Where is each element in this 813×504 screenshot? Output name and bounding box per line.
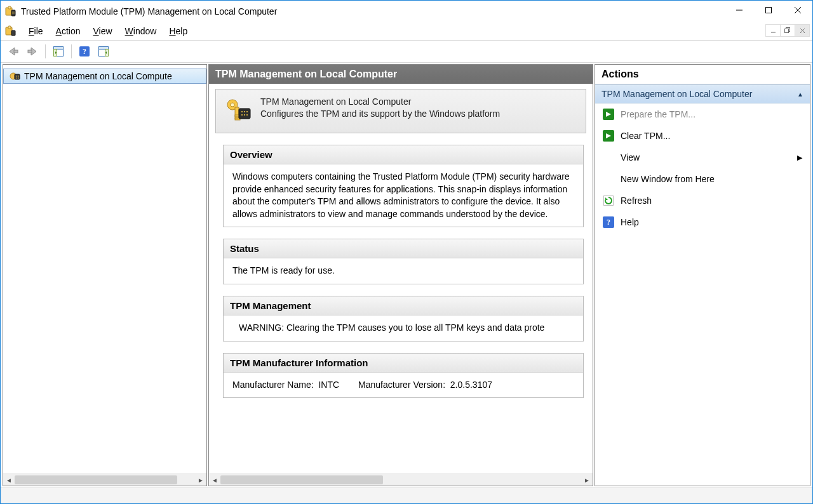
show-hide-tree-button[interactable] (50, 43, 67, 60)
summary-line1: TPM Management on Local Computer (260, 96, 500, 108)
tree-item-tpm-root[interactable]: TPM Management on Local Compute (3, 69, 206, 84)
tpm-node-icon (9, 70, 20, 82)
menu-view[interactable]: View (87, 23, 119, 39)
scroll-right-icon[interactable]: ► (195, 474, 206, 486)
mmc-window: Trusted Platform Module (TPM) Management… (0, 0, 813, 504)
svg-rect-1 (8, 6, 11, 9)
details-body: TPM Management on Local Computer Configu… (209, 84, 593, 474)
summary-line2: Configures the TPM and its support by th… (260, 108, 500, 120)
section-header: Overview (224, 145, 583, 164)
summary-text: TPM Management on Local Computer Configu… (260, 96, 500, 120)
actions-pane: Actions TPM Management on Local Computer… (595, 64, 810, 486)
section-manufacturer-info: TPM Manufacturer Information Manufacture… (223, 353, 584, 399)
scroll-left-icon[interactable]: ◄ (209, 474, 220, 486)
titlebar: Trusted Platform Module (TPM) Management… (1, 1, 812, 22)
manufacturer-row: Manufacturer Name: INTC Manufacturer Ver… (232, 379, 574, 392)
blank-icon (603, 152, 614, 163)
action-label: Refresh (621, 196, 652, 206)
content-area: TPM Management on Local Compute ◄ ► TPM … (1, 63, 812, 487)
menubar: File Action View Window Help (1, 22, 812, 40)
section-overview: Overview Windows computers containing th… (223, 145, 584, 227)
svg-rect-13 (11, 30, 15, 36)
toolbar-separator (45, 44, 46, 58)
svg-rect-12 (8, 26, 11, 29)
scroll-right-icon[interactable]: ► (581, 474, 593, 486)
summary-box: TPM Management on Local Computer Configu… (215, 89, 586, 133)
svg-point-33 (16, 77, 17, 78)
maximize-button[interactable] (754, 1, 783, 20)
svg-rect-16 (785, 29, 789, 33)
tree-item-label: TPM Management on Local Compute (24, 71, 172, 81)
blank-icon (603, 173, 614, 185)
menu-window[interactable]: Window (119, 23, 163, 39)
details-horizontal-scrollbar[interactable]: ◄ ► (209, 474, 593, 486)
svg-point-43 (246, 111, 248, 112)
manu-name-label: Manufacturer Name: (232, 380, 314, 390)
action-prepare-tpm: Prepare the TPM... (595, 103, 810, 125)
manu-version-value: 2.0.5.3107 (450, 380, 492, 390)
mdi-close-button[interactable] (795, 25, 809, 36)
menu-help[interactable]: Help (163, 23, 194, 39)
window-controls (725, 1, 812, 22)
svg-point-32 (18, 76, 18, 76)
action-label: Help (621, 217, 639, 227)
svg-rect-8 (766, 8, 772, 13)
submenu-chevron-icon: ▶ (797, 154, 802, 162)
svg-point-41 (241, 111, 243, 112)
action-label: View (621, 152, 640, 162)
svg-rect-30 (15, 74, 20, 79)
actions-pane-title: Actions (595, 65, 810, 84)
section-tpm-management: TPM Management WARNING: Clearing the TPM… (223, 296, 584, 342)
action-view-submenu[interactable]: View ▶ (595, 147, 810, 168)
svg-text:?: ? (83, 47, 86, 56)
manu-version-label: Manufacturer Version: (358, 380, 445, 390)
tree-pane: TPM Management on Local Compute ◄ ► (3, 64, 207, 486)
green-arrow-icon (603, 109, 614, 120)
refresh-icon (603, 195, 614, 206)
svg-point-6 (13, 13, 14, 13)
close-button[interactable] (783, 1, 812, 20)
help-button[interactable]: ? (76, 43, 93, 60)
mdi-minimize-button[interactable] (766, 25, 780, 36)
svg-point-36 (231, 103, 234, 107)
action-clear-tpm[interactable]: Clear TPM... (595, 125, 810, 147)
window-title: Trusted Platform Module (TPM) Management… (21, 6, 725, 17)
svg-point-42 (244, 111, 245, 112)
svg-rect-40 (239, 109, 250, 119)
help-icon: ? (603, 216, 614, 228)
menu-file[interactable]: File (22, 23, 50, 39)
statusbar (1, 487, 812, 503)
back-button[interactable] (4, 43, 22, 60)
action-group-header[interactable]: TPM Management on Local Computer ▲ (595, 84, 810, 103)
svg-rect-27 (99, 47, 109, 50)
svg-rect-20 (28, 50, 32, 53)
scroll-left-icon[interactable]: ◄ (3, 474, 15, 486)
svg-rect-2 (11, 10, 15, 16)
svg-rect-22 (54, 47, 64, 50)
manu-name-value: INTC (318, 380, 339, 390)
mdi-controls (765, 24, 810, 37)
minimize-button[interactable] (725, 1, 754, 20)
action-label: Prepare the TPM... (621, 109, 695, 119)
collapse-icon: ▲ (797, 91, 803, 98)
svg-point-3 (12, 11, 13, 12)
mdi-restore-button[interactable] (780, 25, 795, 36)
tree-horizontal-scrollbar[interactable]: ◄ ► (3, 474, 206, 486)
details-pane: TPM Management on Local Computer (208, 64, 593, 486)
console-icon (4, 25, 16, 37)
svg-point-31 (16, 76, 17, 76)
tree-root: TPM Management on Local Compute (3, 65, 206, 474)
forward-button[interactable] (24, 43, 41, 60)
menu-action[interactable]: Action (50, 23, 87, 39)
action-refresh[interactable]: Refresh (595, 190, 810, 211)
action-help[interactable]: ? Help (595, 211, 810, 233)
svg-rect-19 (14, 50, 18, 53)
show-hide-action-pane-button[interactable] (95, 43, 112, 60)
action-label: Clear TPM... (621, 131, 670, 141)
app-icon (4, 6, 16, 17)
svg-text:?: ? (607, 218, 610, 227)
action-new-window[interactable]: New Window from Here (595, 168, 810, 190)
svg-point-4 (13, 11, 14, 12)
section-header: TPM Manufacturer Information (224, 354, 583, 373)
svg-point-45 (244, 114, 245, 116)
